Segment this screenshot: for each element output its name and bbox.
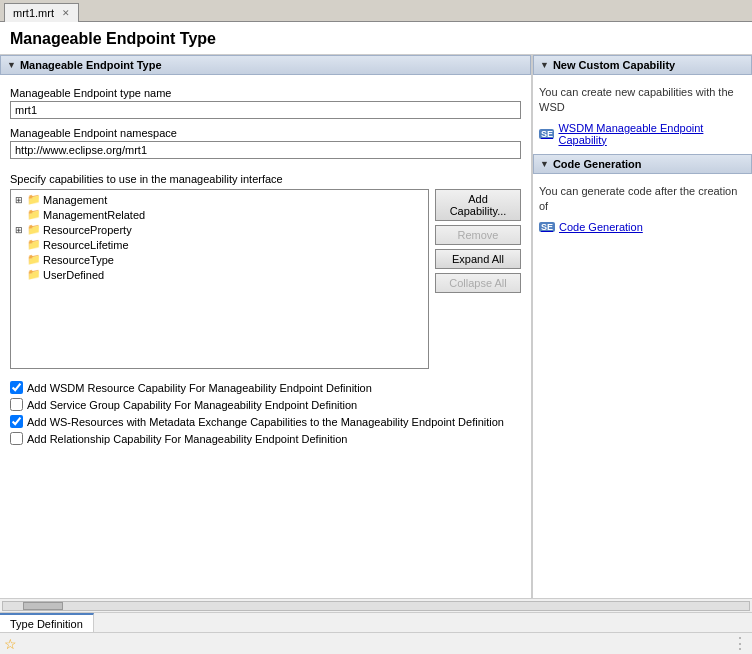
checkbox-label-2: Add Service Group Capability For Managea… xyxy=(27,399,357,411)
checkbox-label-4: Add Relationship Capability For Manageab… xyxy=(27,433,347,445)
checkbox-wsdm-resource[interactable] xyxy=(10,381,23,394)
right-arrow-icon-1: ▼ xyxy=(540,60,549,70)
status-divider: ⋮ xyxy=(732,634,748,653)
page-title: Manageable Endpoint Type xyxy=(0,22,752,55)
right-arrow-icon-2: ▼ xyxy=(540,159,549,169)
tree-item-management[interactable]: ⊞ 📁 Management xyxy=(13,192,426,207)
right-section-content-2: You can generate code after the creation… xyxy=(533,180,752,241)
h-scrollbar-track[interactable] xyxy=(2,601,750,611)
tab-label: mrt1.mrt xyxy=(13,7,54,19)
wsdm-capability-link[interactable]: SE WSDM Manageable Endpoint Capability xyxy=(539,122,746,146)
form-area: Manageable Endpoint type name Manageable… xyxy=(0,81,531,173)
code-generation-link[interactable]: SE Code Generation xyxy=(539,221,746,233)
h-scrollbar-thumb[interactable] xyxy=(23,602,63,610)
expand-all-button[interactable]: Expand All xyxy=(435,249,521,269)
tree-item-managementrelated[interactable]: 📁 ManagementRelated xyxy=(13,207,426,222)
section-arrow-icon: ▼ xyxy=(7,60,16,70)
type-name-input[interactable] xyxy=(10,101,521,119)
namespace-label: Manageable Endpoint namespace xyxy=(10,127,521,139)
code-gen-link-badge: SE xyxy=(539,222,555,232)
expand-icon-management: ⊞ xyxy=(15,195,25,205)
checkbox-row-3: Add WS-Resources with Metadata Exchange … xyxy=(10,415,521,428)
tab-bar: mrt1.mrt ✕ xyxy=(0,0,752,22)
file-tab[interactable]: mrt1.mrt ✕ xyxy=(4,3,79,22)
type-name-label: Manageable Endpoint type name xyxy=(10,87,521,99)
folder-icon-managementrelated: 📁 xyxy=(27,208,41,221)
right-section-header-1: ▼ New Custom Capability xyxy=(533,55,752,75)
tree-item-label-resourcelifetime: ResourceLifetime xyxy=(43,239,129,251)
capabilities-area: ⊞ 📁 Management 📁 ManagementRelated ⊞ 📁 R… xyxy=(0,189,531,369)
tree-item-userdefined[interactable]: 📁 UserDefined xyxy=(13,267,426,282)
main-content: ▼ Manageable Endpoint Type Manageable En… xyxy=(0,55,752,598)
bottom-tab-bar: Type Definition xyxy=(0,612,752,632)
tree-item-label-managementrelated: ManagementRelated xyxy=(43,209,145,221)
checkbox-row-1: Add WSDM Resource Capability For Managea… xyxy=(10,381,521,394)
right-section-content-1: You can create new capabilities with the… xyxy=(533,81,752,154)
code-gen-link-label: Code Generation xyxy=(559,221,643,233)
tree-item-label-resourcetype: ResourceType xyxy=(43,254,114,266)
tab-type-definition[interactable]: Type Definition xyxy=(0,613,94,632)
folder-icon-management: 📁 xyxy=(27,193,41,206)
section-header-label: Manageable Endpoint Type xyxy=(20,59,162,71)
checkbox-row-2: Add Service Group Capability For Managea… xyxy=(10,398,521,411)
checkbox-label-1: Add WSDM Resource Capability For Managea… xyxy=(27,382,372,394)
tree-buttons: Add Capability... Remove Expand All Coll… xyxy=(435,189,521,369)
namespace-input[interactable] xyxy=(10,141,521,159)
h-scrollbar[interactable] xyxy=(0,598,752,612)
capabilities-tree[interactable]: ⊞ 📁 Management 📁 ManagementRelated ⊞ 📁 R… xyxy=(10,189,429,369)
remove-button[interactable]: Remove xyxy=(435,225,521,245)
tree-item-label-management: Management xyxy=(43,194,107,206)
tree-item-label-userdefined: UserDefined xyxy=(43,269,104,281)
wsdm-link-badge: SE xyxy=(539,129,554,139)
wsdm-link-label: WSDM Manageable Endpoint Capability xyxy=(558,122,746,146)
left-section-header: ▼ Manageable Endpoint Type xyxy=(0,55,531,75)
capabilities-label: Specify capabilities to use in the manag… xyxy=(0,173,531,185)
checkbox-row-4: Add Relationship Capability For Manageab… xyxy=(10,432,521,445)
folder-icon-resourceproperty: 📁 xyxy=(27,223,41,236)
folder-icon-resourcelifetime: 📁 xyxy=(27,238,41,251)
collapse-all-button[interactable]: Collapse All xyxy=(435,273,521,293)
tab-close-icon[interactable]: ✕ xyxy=(62,8,70,18)
folder-icon-resourcetype: 📁 xyxy=(27,253,41,266)
right-section-text-2: You can generate code after the creation… xyxy=(539,184,746,215)
checkbox-service-group[interactable] xyxy=(10,398,23,411)
folder-icon-userdefined: 📁 xyxy=(27,268,41,281)
add-capability-button[interactable]: Add Capability... xyxy=(435,189,521,221)
checkbox-ws-resources[interactable] xyxy=(10,415,23,428)
left-panel: ▼ Manageable Endpoint Type Manageable En… xyxy=(0,55,532,598)
checkbox-label-3: Add WS-Resources with Metadata Exchange … xyxy=(27,416,504,428)
tree-item-resourceproperty[interactable]: ⊞ 📁 ResourceProperty xyxy=(13,222,426,237)
status-star-icon: ☆ xyxy=(4,636,17,652)
right-section-text-1: You can create new capabilities with the… xyxy=(539,85,746,116)
tree-item-label-resourceproperty: ResourceProperty xyxy=(43,224,132,236)
right-section-header-2: ▼ Code Generation xyxy=(533,154,752,174)
checkbox-area: Add WSDM Resource Capability For Managea… xyxy=(0,377,531,449)
right-section-label-2: Code Generation xyxy=(553,158,642,170)
right-panel: ▼ New Custom Capability You can create n… xyxy=(532,55,752,598)
expand-icon-resourceproperty: ⊞ xyxy=(15,225,25,235)
bottom-tab-label: Type Definition xyxy=(10,618,83,630)
checkbox-relationship[interactable] xyxy=(10,432,23,445)
tree-item-resourcetype[interactable]: 📁 ResourceType xyxy=(13,252,426,267)
status-bar: ☆ ⋮ xyxy=(0,632,752,654)
tree-item-resourcelifetime[interactable]: 📁 ResourceLifetime xyxy=(13,237,426,252)
right-section-label-1: New Custom Capability xyxy=(553,59,675,71)
